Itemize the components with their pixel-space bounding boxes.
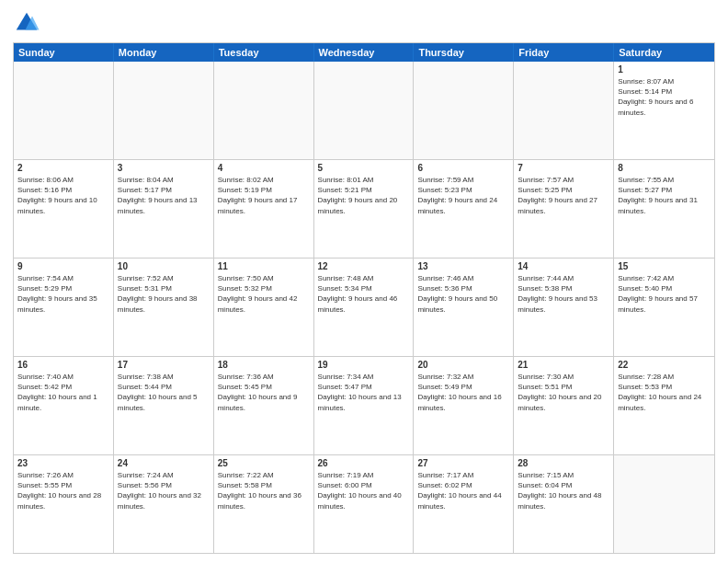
day-info: Sunrise: 7:48 AMSunset: 5:34 PMDaylight:… (318, 273, 410, 315)
calendar-cell: 26Sunrise: 7:19 AMSunset: 6:00 PMDayligh… (314, 455, 415, 553)
calendar-cell: 3Sunrise: 8:04 AMSunset: 5:17 PMDaylight… (114, 160, 214, 258)
calendar-cell: 28Sunrise: 7:15 AMSunset: 6:04 PMDayligh… (514, 455, 614, 553)
day-info: Sunrise: 7:59 AMSunset: 5:23 PMDaylight:… (417, 175, 509, 216)
calendar-cell: 22Sunrise: 7:28 AMSunset: 5:53 PMDayligh… (614, 357, 714, 454)
calendar-cell (14, 62, 114, 159)
day-info: Sunrise: 7:57 AMSunset: 5:25 PMDaylight:… (518, 175, 609, 216)
calendar-cell: 9Sunrise: 7:54 AMSunset: 5:29 PMDaylight… (14, 259, 114, 356)
calendar-row: 1Sunrise: 8:07 AMSunset: 5:14 PMDaylight… (14, 62, 714, 160)
calendar-cell: 12Sunrise: 7:48 AMSunset: 5:34 PMDayligh… (314, 259, 415, 356)
day-number: 12 (318, 261, 410, 271)
day-info: Sunrise: 7:28 AMSunset: 5:53 PMDaylight:… (618, 372, 711, 413)
day-number: 10 (118, 261, 210, 271)
calendar-cell: 25Sunrise: 7:22 AMSunset: 5:58 PMDayligh… (214, 455, 314, 553)
day-info: Sunrise: 8:06 AMSunset: 5:16 PMDaylight:… (17, 175, 109, 216)
day-info: Sunrise: 7:38 AMSunset: 5:44 PMDaylight:… (118, 372, 210, 413)
calendar-cell: 20Sunrise: 7:32 AMSunset: 5:49 PMDayligh… (414, 357, 514, 454)
day-info: Sunrise: 7:46 AMSunset: 5:36 PMDaylight:… (417, 273, 509, 315)
calendar-cell: 19Sunrise: 7:34 AMSunset: 5:47 PMDayligh… (314, 357, 415, 454)
calendar-row: 9Sunrise: 7:54 AMSunset: 5:29 PMDaylight… (14, 259, 714, 357)
day-number: 19 (318, 360, 410, 370)
day-info: Sunrise: 7:54 AMSunset: 5:29 PMDaylight:… (17, 273, 109, 315)
day-info: Sunrise: 8:07 AMSunset: 5:14 PMDaylight:… (618, 76, 711, 118)
day-number: 17 (118, 360, 210, 370)
day-number: 15 (618, 261, 711, 271)
day-number: 14 (518, 261, 609, 271)
calendar-cell (414, 62, 514, 159)
day-info: Sunrise: 7:52 AMSunset: 5:31 PMDaylight:… (118, 273, 210, 315)
calendar-cell: 14Sunrise: 7:44 AMSunset: 5:38 PMDayligh… (514, 259, 614, 356)
weekday-header: Wednesday (314, 43, 415, 62)
day-number: 25 (218, 458, 310, 468)
calendar-cell: 23Sunrise: 7:26 AMSunset: 5:55 PMDayligh… (14, 455, 114, 553)
calendar-cell: 8Sunrise: 7:55 AMSunset: 5:27 PMDaylight… (614, 160, 714, 258)
day-info: Sunrise: 8:01 AMSunset: 5:21 PMDaylight:… (318, 175, 410, 216)
calendar-cell (614, 455, 714, 553)
day-info: Sunrise: 8:04 AMSunset: 5:17 PMDaylight:… (118, 175, 210, 216)
calendar-cell: 17Sunrise: 7:38 AMSunset: 5:44 PMDayligh… (114, 357, 214, 454)
day-number: 7 (518, 163, 609, 173)
day-number: 24 (118, 458, 210, 468)
day-number: 9 (17, 261, 109, 271)
calendar-body: 1Sunrise: 8:07 AMSunset: 5:14 PMDaylight… (14, 62, 714, 553)
logo-icon (13, 9, 40, 37)
day-number: 16 (17, 360, 109, 370)
day-info: Sunrise: 7:26 AMSunset: 5:55 PMDaylight:… (17, 470, 109, 511)
day-number: 6 (417, 163, 509, 173)
day-info: Sunrise: 7:30 AMSunset: 5:51 PMDaylight:… (518, 372, 609, 413)
day-number: 18 (218, 360, 310, 370)
day-number: 26 (318, 458, 410, 468)
day-info: Sunrise: 7:15 AMSunset: 6:04 PMDaylight:… (518, 470, 609, 511)
calendar-cell: 24Sunrise: 7:24 AMSunset: 5:56 PMDayligh… (114, 455, 214, 553)
calendar-cell (214, 62, 314, 159)
day-number: 23 (17, 458, 109, 468)
calendar-cell: 7Sunrise: 7:57 AMSunset: 5:25 PMDaylight… (514, 160, 614, 258)
calendar-cell: 5Sunrise: 8:01 AMSunset: 5:21 PMDaylight… (314, 160, 415, 258)
day-info: Sunrise: 7:34 AMSunset: 5:47 PMDaylight:… (318, 372, 410, 413)
weekday-header: Friday (514, 43, 614, 62)
calendar-cell: 18Sunrise: 7:36 AMSunset: 5:45 PMDayligh… (214, 357, 314, 454)
day-info: Sunrise: 7:24 AMSunset: 5:56 PMDaylight:… (118, 470, 210, 511)
calendar-row: 2Sunrise: 8:06 AMSunset: 5:16 PMDaylight… (14, 160, 714, 259)
logo (13, 9, 44, 37)
header (13, 9, 715, 37)
calendar-row: 23Sunrise: 7:26 AMSunset: 5:55 PMDayligh… (14, 455, 714, 553)
calendar-cell: 21Sunrise: 7:30 AMSunset: 5:51 PMDayligh… (514, 357, 614, 454)
calendar-cell (114, 62, 214, 159)
calendar-cell: 1Sunrise: 8:07 AMSunset: 5:14 PMDaylight… (614, 62, 714, 159)
day-number: 4 (218, 163, 310, 173)
weekday-header: Thursday (414, 43, 514, 62)
day-info: Sunrise: 7:55 AMSunset: 5:27 PMDaylight:… (618, 175, 711, 216)
weekday-header: Monday (114, 43, 214, 62)
calendar-cell: 13Sunrise: 7:46 AMSunset: 5:36 PMDayligh… (414, 259, 514, 356)
day-number: 27 (417, 458, 509, 468)
day-info: Sunrise: 7:32 AMSunset: 5:49 PMDaylight:… (417, 372, 509, 413)
calendar-cell: 27Sunrise: 7:17 AMSunset: 6:02 PMDayligh… (414, 455, 514, 553)
calendar-row: 16Sunrise: 7:40 AMSunset: 5:42 PMDayligh… (14, 357, 714, 455)
day-number: 3 (118, 163, 210, 173)
calendar-cell: 2Sunrise: 8:06 AMSunset: 5:16 PMDaylight… (14, 160, 114, 258)
weekday-header: Saturday (614, 43, 714, 62)
day-number: 1 (618, 64, 711, 75)
calendar-cell (514, 62, 614, 159)
calendar-cell (314, 62, 415, 159)
day-info: Sunrise: 7:44 AMSunset: 5:38 PMDaylight:… (518, 273, 609, 315)
day-info: Sunrise: 7:17 AMSunset: 6:02 PMDaylight:… (417, 470, 509, 511)
day-info: Sunrise: 7:40 AMSunset: 5:42 PMDaylight:… (17, 372, 109, 413)
day-info: Sunrise: 7:42 AMSunset: 5:40 PMDaylight:… (618, 273, 711, 315)
day-info: Sunrise: 7:50 AMSunset: 5:32 PMDaylight:… (218, 273, 310, 315)
calendar: SundayMondayTuesdayWednesdayThursdayFrid… (13, 42, 715, 554)
page: SundayMondayTuesdayWednesdayThursdayFrid… (0, 0, 728, 563)
day-number: 2 (17, 163, 109, 173)
calendar-cell: 10Sunrise: 7:52 AMSunset: 5:31 PMDayligh… (114, 259, 214, 356)
day-info: Sunrise: 7:22 AMSunset: 5:58 PMDaylight:… (218, 470, 310, 511)
day-info: Sunrise: 8:02 AMSunset: 5:19 PMDaylight:… (218, 175, 310, 216)
day-number: 5 (318, 163, 410, 173)
day-number: 21 (518, 360, 609, 370)
day-number: 11 (218, 261, 310, 271)
day-number: 20 (417, 360, 509, 370)
day-number: 22 (618, 360, 711, 370)
day-info: Sunrise: 7:19 AMSunset: 6:00 PMDaylight:… (318, 470, 410, 511)
calendar-cell: 6Sunrise: 7:59 AMSunset: 5:23 PMDaylight… (414, 160, 514, 258)
calendar-cell: 15Sunrise: 7:42 AMSunset: 5:40 PMDayligh… (614, 259, 714, 356)
